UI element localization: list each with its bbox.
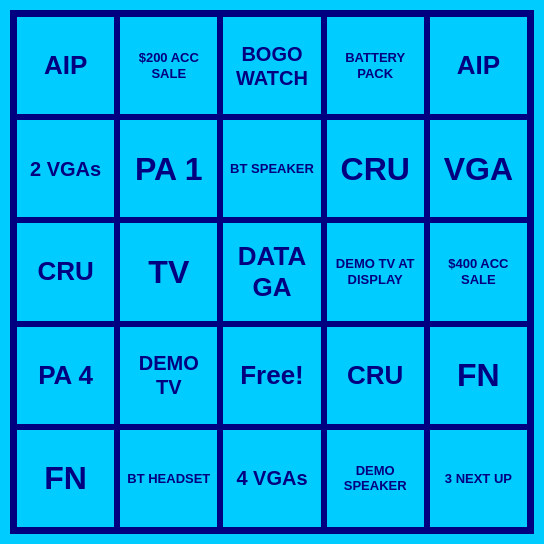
cell-r2c3[interactable]: DEMO TV AT DISPLAY	[324, 220, 427, 323]
cell-r2c4[interactable]: $400 ACC SALE	[427, 220, 530, 323]
cell-r3c1[interactable]: DEMO TV	[117, 324, 220, 427]
cell-r3c0[interactable]: PA 4	[14, 324, 117, 427]
cell-r4c1[interactable]: BT HEADSET	[117, 427, 220, 530]
cell-r0c2[interactable]: BOGO WATCH	[220, 14, 323, 117]
cell-r0c4[interactable]: AIP	[427, 14, 530, 117]
cell-r0c3[interactable]: BATTERY PACK	[324, 14, 427, 117]
cell-r0c1[interactable]: $200 ACC SALE	[117, 14, 220, 117]
cell-r1c2[interactable]: BT SPEAKER	[220, 117, 323, 220]
cell-r0c0[interactable]: AIP	[14, 14, 117, 117]
cell-r3c3[interactable]: CRU	[324, 324, 427, 427]
cell-r2c2[interactable]: DATA GA	[220, 220, 323, 323]
cell-r4c3[interactable]: DEMO SPEAKER	[324, 427, 427, 530]
cell-r3c2[interactable]: Free!	[220, 324, 323, 427]
cell-r4c0[interactable]: FN	[14, 427, 117, 530]
cell-r2c0[interactable]: CRU	[14, 220, 117, 323]
cell-r1c0[interactable]: 2 VGAs	[14, 117, 117, 220]
cell-r1c1[interactable]: PA 1	[117, 117, 220, 220]
cell-r2c1[interactable]: TV	[117, 220, 220, 323]
cell-r4c4[interactable]: 3 NEXT UP	[427, 427, 530, 530]
bingo-board: AIP$200 ACC SALEBOGO WATCHBATTERY PACKAI…	[10, 10, 534, 534]
cell-r1c3[interactable]: CRU	[324, 117, 427, 220]
cell-r3c4[interactable]: FN	[427, 324, 530, 427]
cell-r1c4[interactable]: VGA	[427, 117, 530, 220]
cell-r4c2[interactable]: 4 VGAs	[220, 427, 323, 530]
